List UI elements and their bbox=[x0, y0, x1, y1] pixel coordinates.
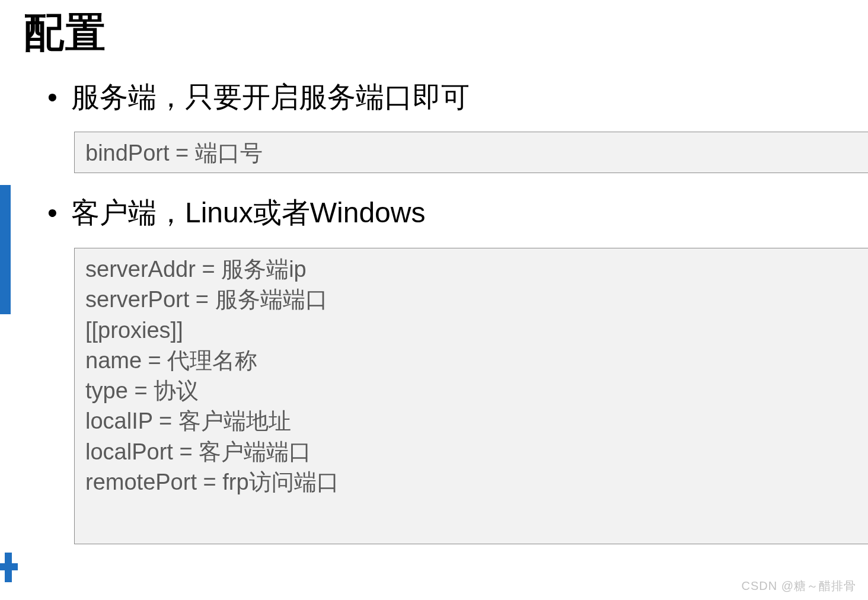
client-config-line: remotePort = frp访问端口 bbox=[85, 467, 857, 497]
bullet-server: •服务端，只要开启服务端口即可 bbox=[47, 80, 470, 114]
bullet-client: •客户端，Linux或者Windows bbox=[47, 196, 425, 230]
watermark-text: CSDN @糖～醋排骨 bbox=[741, 578, 856, 594]
client-config-line: serverPort = 服务端端口 bbox=[85, 285, 857, 315]
decorative-plus-icon bbox=[0, 553, 18, 582]
client-config-line: type = 协议 bbox=[85, 376, 857, 406]
client-config-line: name = 代理名称 bbox=[85, 346, 857, 376]
bullet-dot: • bbox=[47, 196, 71, 230]
decorative-side-rail bbox=[0, 185, 11, 314]
slide: 配置 •服务端，只要开启服务端口即可 bindPort = 端口号 •客户端，L… bbox=[0, 0, 868, 600]
bullet-server-text: 服务端，只要开启服务端口即可 bbox=[71, 81, 470, 113]
client-config-box: serverAddr = 服务端ip serverPort = 服务端端口 [[… bbox=[74, 248, 868, 544]
server-config-box: bindPort = 端口号 bbox=[74, 132, 868, 173]
client-config-line: localPort = 客户端端口 bbox=[85, 437, 857, 467]
page-title: 配置 bbox=[24, 6, 107, 60]
client-config-line: serverAddr = 服务端ip bbox=[85, 254, 857, 285]
bullet-dot: • bbox=[47, 80, 71, 114]
server-config-line: bindPort = 端口号 bbox=[85, 138, 857, 168]
client-config-line: localIP = 客户端地址 bbox=[85, 406, 857, 436]
client-config-line: [[proxies]] bbox=[85, 315, 857, 346]
bullet-client-text: 客户端，Linux或者Windows bbox=[71, 197, 425, 228]
